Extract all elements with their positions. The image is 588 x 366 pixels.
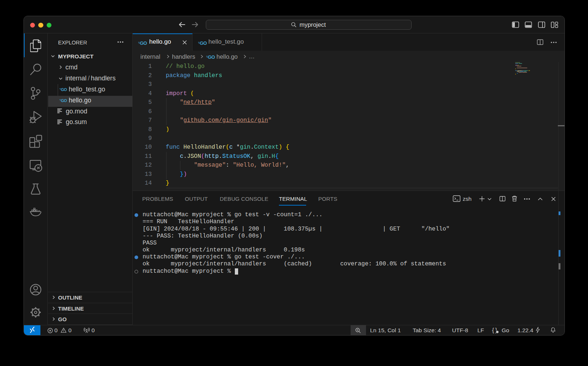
svg-text:{: { [492, 327, 494, 333]
svg-text:GO: GO [140, 40, 147, 46]
svg-text:GO: GO [61, 98, 67, 102]
svg-text:GO: GO [200, 40, 207, 46]
svg-text:GO: GO [208, 54, 215, 59]
svg-text:GO: GO [61, 87, 67, 91]
